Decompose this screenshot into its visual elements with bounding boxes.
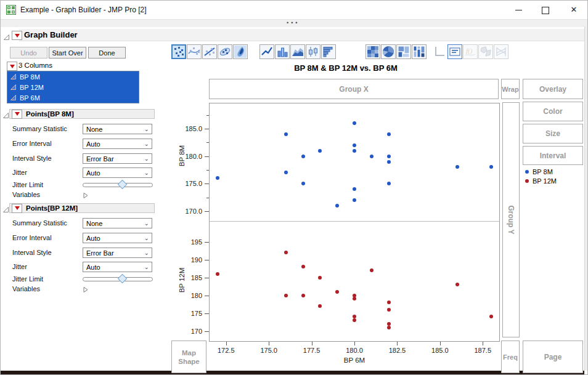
y-tick <box>205 156 209 157</box>
columns-list[interactable]: BP 8M BP 12M BP 6M <box>7 71 139 103</box>
drop-zone-size[interactable]: Size <box>523 124 583 143</box>
jitter-limit-slider[interactable] <box>83 183 153 187</box>
interval-style-dropdown[interactable]: Error Bar⌄ <box>83 153 152 164</box>
x-tick-label: 175.0 <box>256 347 281 354</box>
jitter-dropdown[interactable]: Auto⌄ <box>83 167 152 178</box>
drop-zone-freq[interactable]: Freq <box>501 341 520 373</box>
palette-box-plot-icon[interactable] <box>306 44 321 59</box>
palette-pie-icon[interactable] <box>381 44 396 59</box>
window-title: Example - Graph Builder - JMP Pro [2] <box>20 6 147 14</box>
chevron-down-icon: ⌄ <box>144 219 149 228</box>
x-tick-label: 177.5 <box>300 347 324 354</box>
panel-collapse-icon[interactable] <box>2 204 9 216</box>
palette-caption-box-icon[interactable] <box>447 44 462 59</box>
x-tick <box>354 342 355 345</box>
row-label: Interval Style <box>12 249 52 256</box>
drop-zone-wrap[interactable]: Wrap <box>501 79 520 99</box>
y-axis-title-bp8m: BP 8M <box>178 142 186 169</box>
minimize-button[interactable] <box>509 4 528 15</box>
dock-splitter[interactable]: ••• <box>1 19 588 27</box>
row-label: Summary Statistic <box>12 219 67 227</box>
drop-zone-map-shape[interactable]: Map Shape <box>171 341 206 373</box>
summary-statistic-dropdown[interactable]: None⌄ <box>83 218 152 228</box>
panel-collapse-icon[interactable] <box>2 110 9 121</box>
y-tick <box>205 296 209 296</box>
columns-red-triangle-icon[interactable] <box>7 62 17 71</box>
start-over-button[interactable]: Start Over <box>49 47 86 58</box>
palette-map-shape-icon[interactable] <box>478 44 493 59</box>
x-tick <box>440 342 441 345</box>
palette-area-icon[interactable] <box>290 44 305 59</box>
palette-contour-icon[interactable] <box>233 44 248 59</box>
drop-zone-color[interactable]: Color <box>523 102 583 121</box>
panel-red-triangle-icon[interactable] <box>12 110 22 119</box>
chart-title: BP 8M & BP 12M vs. BP 6M <box>209 63 483 73</box>
row-label: Error Interval <box>12 234 52 241</box>
palette-formula-icon[interactable]: f() <box>463 44 478 59</box>
jitter-limit-slider[interactable] <box>83 277 153 281</box>
x-axis-title: BP 6M <box>209 357 500 364</box>
slider-thumb[interactable] <box>118 274 128 284</box>
red-triangle-menu-icon[interactable] <box>12 31 22 40</box>
variables-expander-icon[interactable] <box>83 190 89 197</box>
plot-panel-bp12m[interactable] <box>209 221 500 342</box>
chevron-down-icon: ⌄ <box>144 262 149 272</box>
outline-collapse-icon[interactable] <box>3 32 10 39</box>
error-interval-dropdown[interactable]: Auto⌄ <box>83 233 152 243</box>
legend-swatch <box>525 179 529 183</box>
palette-ellipse-icon[interactable] <box>218 44 232 59</box>
palette-axes-icon <box>432 44 447 59</box>
right-scroll-strip[interactable] <box>584 26 588 371</box>
palette-line-icon[interactable] <box>259 44 274 59</box>
jitter-limit-label: Jitter Limit <box>12 181 43 188</box>
y-tick <box>205 211 209 212</box>
palette-mosaic-icon[interactable] <box>412 44 427 59</box>
drop-zone-group-x[interactable]: Group X <box>209 79 499 99</box>
undo-button[interactable]: Undo <box>10 47 47 58</box>
y-tick-label: 175.0 <box>181 180 202 187</box>
plot-panel-bp8m[interactable] <box>209 103 500 221</box>
column-item-bp-8m[interactable]: BP 8M <box>7 71 139 82</box>
palette-histogram-icon[interactable] <box>321 44 336 59</box>
variables-label: Variables <box>12 285 40 292</box>
palette-bar-icon[interactable] <box>275 44 290 59</box>
legend-swatch <box>525 170 529 174</box>
jitter-limit-label: Jitter Limit <box>12 275 43 283</box>
palette-line-of-fit-icon[interactable] <box>202 44 217 59</box>
y-tick <box>205 183 209 184</box>
maximize-button[interactable] <box>536 4 554 15</box>
row-label: Interval Style <box>12 155 52 162</box>
row-label: Jitter <box>12 169 27 176</box>
palette-heatmap-icon[interactable] <box>365 44 380 59</box>
close-button[interactable]: ✕ <box>565 4 583 15</box>
drop-zone-interval[interactable]: Interval <box>523 146 583 165</box>
palette-group-3 <box>365 44 427 59</box>
legend: BP 8MBP 12M <box>525 167 557 185</box>
panel-red-triangle-icon[interactable] <box>12 204 22 213</box>
palette-parallel-icon[interactable] <box>494 44 508 59</box>
interval-style-dropdown[interactable]: Error Bar⌄ <box>83 248 152 258</box>
drop-zone-page[interactable]: Page <box>523 341 583 373</box>
summary-statistic-dropdown[interactable]: None⌄ <box>83 124 152 134</box>
variables-expander-icon[interactable] <box>83 284 89 291</box>
x-tick <box>397 342 398 345</box>
drop-zone-overlay[interactable]: Overlay <box>523 79 583 99</box>
done-button[interactable]: Done <box>88 47 126 58</box>
error-interval-dropdown[interactable]: Auto⌄ <box>83 139 152 149</box>
palette-scatter-icon[interactable] <box>171 44 186 59</box>
slider-thumb[interactable] <box>118 180 128 190</box>
jitter-dropdown[interactable]: Auto⌄ <box>83 262 152 272</box>
palette-treemap-icon[interactable] <box>396 44 411 59</box>
palette-smoother-icon[interactable] <box>187 44 202 59</box>
y-tick <box>205 331 209 332</box>
legend-item-bp-8m: BP 8M <box>525 167 557 176</box>
drop-zone-group-y[interactable]: Group Y <box>502 102 520 337</box>
jmp-app-icon <box>6 5 16 15</box>
x-tick-label: 182.5 <box>385 347 409 354</box>
splitter-handle-dots[interactable]: ••• <box>287 20 303 26</box>
column-item-bp-6m[interactable]: BP 6M <box>7 92 139 103</box>
chevron-down-icon: ⌄ <box>144 248 149 257</box>
column-item-bp-12m[interactable]: BP 12M <box>7 82 139 92</box>
row-label: Summary Statistic <box>12 125 67 132</box>
palette-group-4: f() <box>432 44 508 59</box>
